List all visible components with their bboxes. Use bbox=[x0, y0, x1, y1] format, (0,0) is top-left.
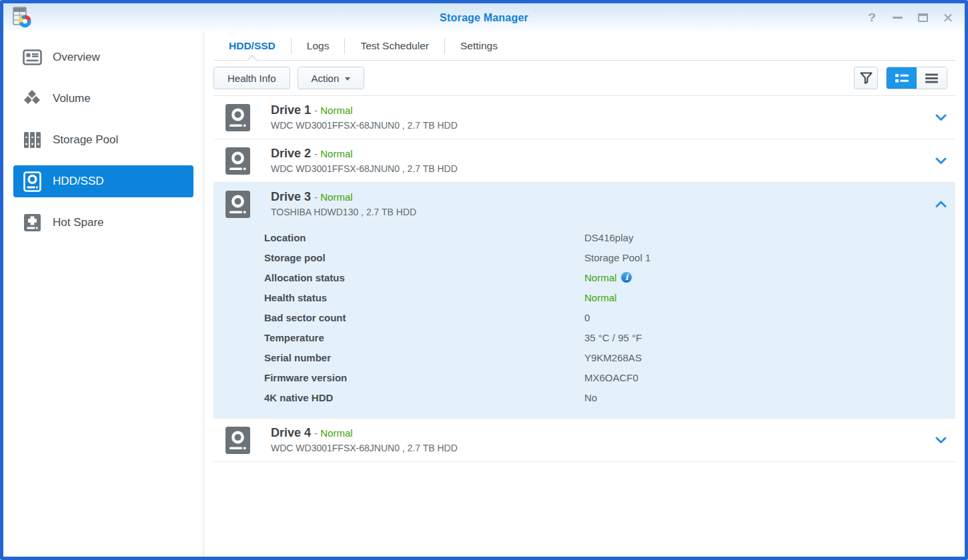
close-icon[interactable]: ✕ bbox=[942, 12, 954, 24]
detail-row-4k-native: 4K native HDD No bbox=[264, 387, 955, 407]
drive-status: Normal bbox=[320, 105, 352, 116]
tab-test-scheduler[interactable]: Test Scheduler bbox=[345, 32, 444, 60]
detail-label: Firmware version bbox=[264, 372, 584, 383]
help-icon[interactable]: ? bbox=[865, 12, 879, 24]
detail-value: Storage Pool 1 bbox=[584, 252, 650, 263]
detail-value: 0 bbox=[584, 312, 590, 323]
sidebar-item-overview[interactable]: Overview bbox=[13, 41, 193, 73]
detail-value: 35 °C / 95 °F bbox=[584, 332, 642, 343]
drive-name: Drive 4 bbox=[271, 426, 311, 439]
detail-value: DS416play bbox=[584, 232, 633, 243]
detail-label: Serial number bbox=[264, 352, 584, 363]
drive-row-4[interactable]: Drive 4 - Normal WDC WD3001FFSX-68JNUN0 … bbox=[213, 419, 955, 461]
action-dropdown-button[interactable]: Action bbox=[298, 67, 365, 89]
simple-list-view-button[interactable] bbox=[917, 67, 947, 89]
detail-value: MX6OACF0 bbox=[584, 372, 638, 383]
drive-status: Normal bbox=[320, 427, 352, 439]
drive-text: Drive 2 - Normal WDC WD3001FFSX-68JNUN0 … bbox=[271, 147, 458, 175]
storage-manager-window: Storage Manager ? ✕ Overv bbox=[0, 0, 968, 560]
detail-row-storage-pool: Storage pool Storage Pool 1 bbox=[264, 247, 955, 267]
sidebar: Overview Volume bbox=[3, 32, 204, 557]
minimize-icon[interactable] bbox=[891, 12, 903, 24]
filter-icon bbox=[860, 72, 873, 84]
tab-settings[interactable]: Settings bbox=[445, 32, 513, 60]
drive-row-1[interactable]: Drive 1 - Normal WDC WD3001FFSX-68JNUN0 … bbox=[213, 96, 955, 139]
dash-separator: - bbox=[314, 427, 320, 439]
drive-model: WDC WD3001FFSX-68JNUN0 , 2.7 TB HDD bbox=[271, 162, 458, 175]
drive-model: WDC WD3001FFSX-68JNUN0 , 2.7 TB HDD bbox=[271, 119, 458, 132]
sidebar-item-label: Volume bbox=[53, 92, 91, 105]
simple-list-view-icon bbox=[925, 73, 938, 83]
dash-separator: - bbox=[314, 105, 320, 116]
chevron-up-icon[interactable] bbox=[935, 201, 947, 208]
sidebar-item-storage-pool[interactable]: Storage Pool bbox=[13, 124, 193, 156]
window-controls: ? ✕ bbox=[866, 12, 954, 24]
sidebar-item-hot-spare[interactable]: Hot Spare bbox=[13, 207, 193, 239]
detail-row-location: Location DS416play bbox=[264, 227, 955, 247]
toolbar-right-group bbox=[854, 67, 947, 89]
drive-text: Drive 3 - Normal TOSHIBA HDWD130 , 2.7 T… bbox=[271, 190, 416, 219]
detail-row-allocation-status: Allocation status Normal i bbox=[264, 267, 955, 287]
volume-icon bbox=[21, 87, 43, 110]
maximize-icon[interactable] bbox=[917, 12, 929, 24]
detail-value: Y9KM268AS bbox=[584, 352, 642, 363]
sidebar-item-label: Hot Spare bbox=[53, 216, 104, 229]
detail-row-firmware-version: Firmware version MX6OACF0 bbox=[264, 367, 955, 387]
detail-list-view-button[interactable] bbox=[887, 67, 917, 89]
drive-list: Drive 1 - Normal WDC WD3001FFSX-68JNUN0 … bbox=[213, 96, 955, 557]
drive-title: Drive 4 - Normal bbox=[271, 426, 458, 440]
main-panel: HDD/SSD Logs Test Scheduler Settings Hea… bbox=[204, 32, 965, 557]
drive-name: Drive 3 bbox=[271, 190, 311, 203]
toolbar: Health Info Action bbox=[213, 61, 955, 96]
tab-logs[interactable]: Logs bbox=[292, 32, 345, 60]
chevron-down-icon bbox=[345, 77, 350, 81]
detail-label: Location bbox=[264, 232, 584, 243]
drive-group-2: Drive 2 - Normal WDC WD3001FFSX-68JNUN0 … bbox=[213, 139, 955, 183]
drive-text: Drive 1 - Normal WDC WD3001FFSX-68JNUN0 … bbox=[271, 103, 458, 132]
allocation-status-value: Normal bbox=[584, 272, 616, 283]
detail-label: Bad sector count bbox=[264, 312, 584, 323]
detail-list-view-icon bbox=[895, 73, 909, 83]
hdd-ssd-icon bbox=[21, 170, 43, 193]
detail-row-bad-sector-count: Bad sector count 0 bbox=[264, 307, 955, 327]
drive-icon bbox=[225, 191, 250, 218]
drive-icon bbox=[225, 427, 250, 454]
drive-row-2[interactable]: Drive 2 - Normal WDC WD3001FFSX-68JNUN0 … bbox=[213, 139, 955, 182]
sidebar-item-label: Storage Pool bbox=[53, 133, 118, 147]
window-body: Overview Volume bbox=[3, 32, 965, 557]
window-title: Storage Manager bbox=[3, 12, 965, 24]
drive-status: Normal bbox=[320, 148, 352, 159]
dash-separator: - bbox=[314, 191, 320, 203]
tab-hdd-ssd[interactable]: HDD/SSD bbox=[213, 32, 291, 60]
detail-row-health-status: Health status Normal bbox=[264, 287, 955, 307]
detail-row-temperature: Temperature 35 °C / 95 °F bbox=[264, 327, 955, 347]
drive-name: Drive 1 bbox=[271, 103, 311, 117]
drive-title: Drive 3 - Normal bbox=[271, 190, 416, 204]
drive-status: Normal bbox=[320, 191, 352, 203]
health-info-button[interactable]: Health Info bbox=[213, 67, 290, 89]
overview-icon bbox=[21, 46, 43, 69]
drive-model: TOSHIBA HDWD130 , 2.7 TB HDD bbox=[271, 205, 416, 219]
drive-title: Drive 2 - Normal bbox=[271, 147, 458, 161]
chevron-down-icon[interactable] bbox=[935, 157, 947, 165]
detail-value: Normal bbox=[584, 292, 616, 303]
drive-model: WDC WD3001FFSX-68JNUN0 , 2.7 TB HDD bbox=[271, 441, 458, 455]
storage-pool-icon bbox=[21, 129, 43, 151]
detail-value: Normal i bbox=[584, 272, 632, 283]
sidebar-item-label: Overview bbox=[53, 51, 100, 64]
detail-label: Allocation status bbox=[264, 272, 584, 283]
drive-details: Location DS416play Storage pool Storage … bbox=[213, 225, 955, 418]
sidebar-item-volume[interactable]: Volume bbox=[13, 83, 193, 115]
detail-row-serial-number: Serial number Y9KM268AS bbox=[264, 347, 955, 367]
chevron-down-icon[interactable] bbox=[935, 437, 947, 444]
drive-icon bbox=[225, 104, 250, 131]
filter-button[interactable] bbox=[854, 67, 878, 89]
sidebar-item-label: HDD/SSD bbox=[53, 175, 104, 188]
sidebar-item-hdd-ssd[interactable]: HDD/SSD bbox=[13, 165, 193, 197]
info-icon[interactable]: i bbox=[621, 272, 632, 283]
chevron-down-icon[interactable] bbox=[935, 114, 947, 121]
title-bar: Storage Manager ? ✕ bbox=[3, 3, 965, 32]
detail-label: Temperature bbox=[264, 332, 584, 343]
drive-name: Drive 2 bbox=[271, 147, 311, 160]
drive-row-3[interactable]: Drive 3 - Normal TOSHIBA HDWD130 , 2.7 T… bbox=[213, 183, 955, 225]
